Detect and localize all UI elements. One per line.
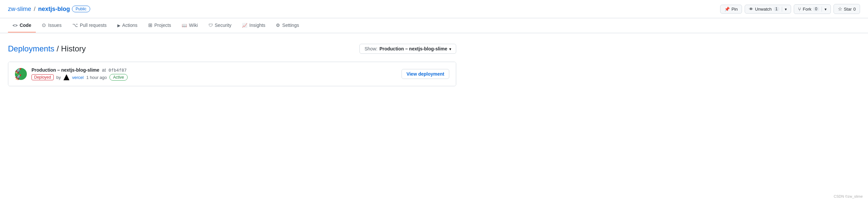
show-value: Production – nextjs-blog-slime bbox=[379, 46, 447, 51]
tab-wiki-label: Wiki bbox=[189, 23, 197, 28]
nav-tabs: Code Issues Pull requests Actions Projec… bbox=[0, 18, 868, 33]
unwatch-label: Unwatch bbox=[755, 7, 772, 11]
tab-settings[interactable]: Settings bbox=[271, 19, 304, 32]
public-badge: Public bbox=[72, 6, 90, 12]
tab-issues-label: Issues bbox=[48, 23, 61, 28]
issues-icon bbox=[42, 22, 46, 28]
fork-count: 0 bbox=[813, 7, 819, 11]
deployer-link[interactable]: vercel bbox=[72, 75, 84, 80]
tab-insights[interactable]: Insights bbox=[238, 19, 270, 32]
repo-title: zw-slime / nextjs-blog Public bbox=[8, 6, 90, 12]
tab-pr-label: Pull requests bbox=[80, 23, 107, 28]
deployment-info: Production – nextjs-blog-slime at 0fb4f8… bbox=[31, 67, 128, 81]
eye-icon bbox=[749, 7, 753, 11]
main-content: Deployments / History Show: Production –… bbox=[0, 33, 464, 97]
deployment-name: Production – nextjs-blog-slime bbox=[31, 67, 99, 73]
tab-projects[interactable]: Projects bbox=[144, 18, 176, 33]
page-title: Deployments / History bbox=[8, 44, 86, 53]
chevron-down-icon bbox=[449, 46, 451, 51]
deployed-badge: Deployed bbox=[31, 74, 54, 80]
tab-security[interactable]: Security bbox=[204, 19, 237, 32]
deployment-meta: Deployed by vercel 1 hour ago Active bbox=[31, 74, 128, 81]
tab-issues[interactable]: Issues bbox=[37, 18, 66, 33]
tab-settings-label: Settings bbox=[282, 23, 299, 28]
pin-icon bbox=[724, 7, 730, 11]
deployment-time: 1 hour ago bbox=[86, 75, 107, 80]
pin-button[interactable]: Pin bbox=[720, 5, 742, 13]
tab-pull-requests[interactable]: Pull requests bbox=[68, 18, 112, 33]
code-icon bbox=[12, 23, 18, 28]
security-icon bbox=[209, 23, 213, 28]
view-deployment-button[interactable]: View deployment bbox=[402, 69, 449, 79]
insights-icon bbox=[242, 23, 247, 28]
repo-separator: / bbox=[34, 6, 35, 12]
show-label: Show: bbox=[364, 46, 377, 51]
repo-name-link[interactable]: nextjs-blog bbox=[38, 6, 70, 12]
unwatch-dropdown-icon[interactable] bbox=[782, 7, 787, 11]
repo-owner-link[interactable]: zw-slime bbox=[8, 6, 31, 12]
tab-security-label: Security bbox=[215, 23, 232, 28]
deployment-status-icon: 🚀 bbox=[15, 68, 27, 80]
fork-button[interactable]: Fork 0 bbox=[794, 4, 831, 14]
star-button[interactable]: Star 0 bbox=[834, 4, 860, 14]
projects-icon bbox=[148, 22, 153, 28]
star-icon bbox=[838, 6, 842, 12]
history-breadcrumb: / History bbox=[57, 44, 86, 53]
fork-label: Fork bbox=[803, 7, 811, 11]
tab-actions[interactable]: Actions bbox=[113, 19, 142, 32]
tab-actions-label: Actions bbox=[122, 23, 137, 28]
deployment-name-row: Production – nextjs-blog-slime at 0fb4f8… bbox=[31, 67, 128, 73]
pr-icon bbox=[72, 22, 78, 28]
commit-hash: 0fb4f87 bbox=[108, 68, 127, 73]
actions-icon bbox=[117, 23, 120, 28]
header-actions: Pin Unwatch 1 Fork 0 Star 0 bbox=[720, 4, 860, 14]
unwatch-button[interactable]: Unwatch 1 bbox=[745, 5, 791, 13]
star-label: Star bbox=[844, 7, 852, 11]
unwatch-count: 1 bbox=[774, 7, 780, 11]
vercel-triangle-icon bbox=[63, 74, 69, 80]
tab-projects-label: Projects bbox=[155, 23, 172, 28]
at-label: at bbox=[102, 67, 106, 73]
active-badge: Active bbox=[110, 74, 128, 81]
tab-code[interactable]: Code bbox=[8, 19, 36, 32]
tab-code-label: Code bbox=[20, 23, 31, 28]
page-header: Deployments / History Show: Production –… bbox=[8, 44, 456, 54]
deployments-breadcrumb-link[interactable]: Deployments bbox=[8, 44, 54, 53]
by-label: by bbox=[56, 75, 61, 80]
table-row: 🚀 Production – nextjs-blog-slime at 0fb4… bbox=[8, 62, 456, 86]
rocket-icon: 🚀 bbox=[15, 68, 27, 80]
tab-insights-label: Insights bbox=[249, 23, 265, 28]
wiki-icon bbox=[182, 23, 187, 28]
show-environment-dropdown[interactable]: Show: Production – nextjs-blog-slime bbox=[360, 44, 456, 54]
fork-icon bbox=[798, 6, 801, 12]
deployment-left: 🚀 Production – nextjs-blog-slime at 0fb4… bbox=[15, 67, 128, 81]
star-count: 0 bbox=[854, 7, 856, 11]
settings-icon bbox=[276, 23, 280, 28]
top-header: zw-slime / nextjs-blog Public Pin Unwatc… bbox=[0, 0, 868, 18]
fork-dropdown-icon[interactable] bbox=[822, 7, 827, 11]
deployment-list: 🚀 Production – nextjs-blog-slime at 0fb4… bbox=[8, 62, 456, 86]
tab-wiki[interactable]: Wiki bbox=[177, 19, 202, 32]
pin-label: Pin bbox=[732, 7, 738, 11]
